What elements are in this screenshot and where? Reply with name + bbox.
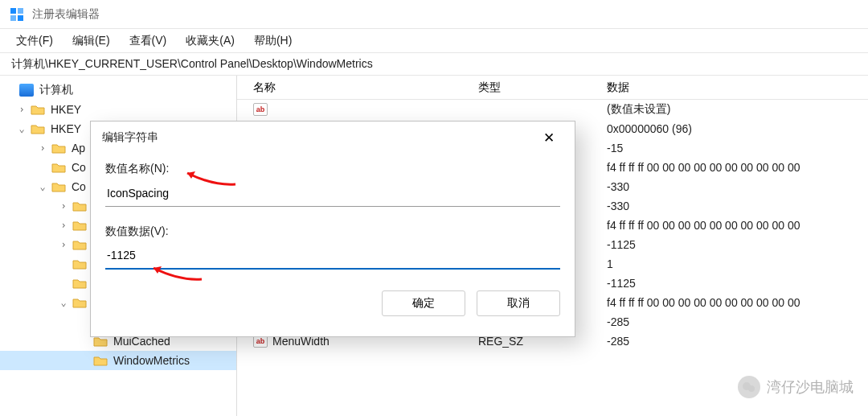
collapse-icon[interactable]: ⌄ — [37, 181, 48, 192]
tree-root[interactable]: 计算机 — [0, 80, 236, 100]
addressbar[interactable]: 计算机\HKEY_CURRENT_USER\Control Panel\Desk… — [0, 53, 868, 76]
value-data: -330 — [607, 200, 868, 212]
expand-icon[interactable]: › — [58, 239, 69, 250]
value-data: -285 — [607, 335, 868, 348]
list-row[interactable]: ab(数值未设置) — [237, 100, 868, 119]
folder-icon — [31, 104, 45, 115]
value-name-field[interactable] — [105, 179, 560, 207]
col-data[interactable]: 数据 — [607, 80, 868, 95]
value-data: f4 ff ff ff 00 00 00 00 00 00 00 00 00 0… — [607, 296, 868, 309]
expand-icon[interactable]: › — [37, 142, 48, 154]
watermark: 湾仔沙电脑城 — [738, 376, 854, 398]
value-data: (数值未设置) — [607, 102, 868, 117]
value-data: 1 — [607, 257, 868, 270]
svg-rect-0 — [10, 8, 16, 14]
tree-hkey-classes[interactable]: › HKEY — [0, 100, 236, 119]
cancel-button[interactable]: 取消 — [477, 290, 560, 316]
close-icon[interactable]: ✕ — [534, 126, 563, 149]
value-data: -1125 — [607, 238, 868, 251]
wechat-icon — [738, 376, 760, 398]
folder-icon — [72, 239, 87, 250]
menu-help[interactable]: 帮助(H) — [244, 31, 301, 51]
menu-edit[interactable]: 编辑(E) — [63, 31, 120, 51]
menu-favorites[interactable]: 收藏夹(A) — [176, 31, 244, 51]
window-title: 注册表编辑器 — [32, 7, 100, 22]
folder-icon — [93, 336, 108, 347]
value-data: f4 ff ff ff 00 00 00 00 00 00 00 00 00 0… — [607, 219, 868, 232]
titlebar: 注册表编辑器 — [0, 0, 868, 29]
folder-icon — [51, 181, 66, 192]
expand-icon[interactable]: › — [16, 104, 27, 115]
col-type[interactable]: 类型 — [478, 80, 607, 95]
expand-icon[interactable]: › — [58, 220, 69, 231]
ok-button[interactable]: 确定 — [382, 290, 465, 316]
folder-icon — [72, 297, 87, 308]
menu-view[interactable]: 查看(V) — [120, 31, 177, 51]
menu-file[interactable]: 文件(F) — [6, 31, 63, 51]
folder-icon — [72, 200, 87, 212]
svg-rect-2 — [10, 15, 16, 21]
folder-icon — [93, 355, 108, 366]
svg-rect-1 — [18, 8, 23, 14]
folder-icon — [72, 258, 87, 270]
col-name[interactable]: 名称 — [237, 80, 478, 95]
folder-icon — [72, 220, 87, 231]
value-data: 0x00000060 (96) — [607, 122, 868, 135]
regedit-icon — [10, 7, 24, 22]
address-path: 计算机\HKEY_CURRENT_USER\Control Panel\Desk… — [11, 57, 373, 72]
value-data-field[interactable] — [105, 242, 560, 270]
folder-icon — [51, 162, 66, 173]
tree-windowmetrics[interactable]: WindowMetrics — [0, 351, 236, 370]
string-value-icon: ab — [253, 103, 268, 116]
folder-icon — [72, 278, 87, 289]
computer-icon — [19, 84, 34, 97]
collapse-icon[interactable]: ⌄ — [16, 123, 27, 134]
value-data-label: 数值数据(V): — [105, 224, 560, 239]
watermark-text: 湾仔沙电脑城 — [767, 377, 854, 397]
menubar: 文件(F) 编辑(E) 查看(V) 收藏夹(A) 帮助(H) — [0, 29, 868, 53]
folder-icon — [31, 123, 45, 134]
edit-string-dialog: 编辑字符串 ✕ 数值名称(N): 数值数据(V): 确定 取消 — [90, 121, 575, 337]
folder-icon — [51, 142, 66, 154]
value-data: -285 — [607, 315, 868, 328]
value-data: -330 — [607, 180, 868, 193]
list-header: 名称 类型 数据 — [237, 76, 868, 100]
value-data: f4 ff ff ff 00 00 00 00 00 00 00 00 00 0… — [607, 161, 868, 174]
svg-rect-3 — [18, 15, 23, 21]
svg-point-5 — [748, 385, 755, 392]
collapse-icon[interactable]: ⌄ — [58, 297, 69, 308]
dialog-titlebar: 编辑字符串 ✕ — [91, 122, 575, 154]
value-data: -1125 — [607, 277, 868, 290]
dialog-title: 编辑字符串 — [102, 130, 158, 145]
expand-icon[interactable]: › — [58, 200, 69, 212]
value-name-label: 数值名称(N): — [105, 162, 560, 176]
value-data: -15 — [607, 142, 868, 154]
